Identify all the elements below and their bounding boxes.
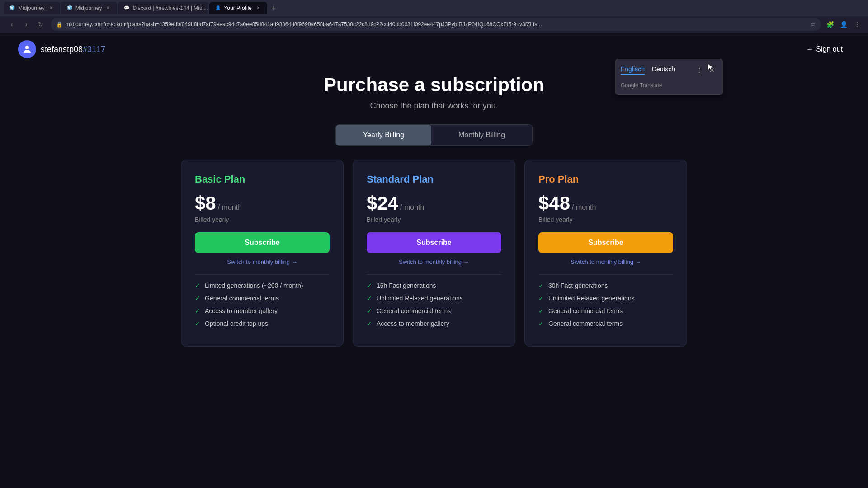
basic-feature-2-text: General commercial terms [205,295,279,302]
standard-feature-4: ✓ Access to member gallery [367,320,501,327]
pro-switch-billing-link[interactable]: Switch to monthly billing → [538,258,673,265]
check-icon: ✓ [538,295,544,302]
check-icon: ✓ [538,282,544,289]
pro-feature-2: ✓ Unlimited Relaxed generations [538,295,673,302]
tab-1[interactable]: 🧊 Midjourney ✕ [4,2,60,14]
standard-feature-3: ✓ General commercial terms [367,307,501,314]
sign-out-button[interactable]: → Sign out [799,42,850,57]
standard-billed-info: Billed yearly [367,216,501,223]
check-icon: ✓ [367,320,372,327]
tab-3-favicon: 💬 [123,5,130,11]
username-text: stefanstp08 [41,45,83,54]
pro-billed-info: Billed yearly [538,216,673,223]
tab-4[interactable]: 👤 Your Profile ✕ [209,2,267,14]
translate-footer-text: Google Translate [621,82,662,89]
new-tab-button[interactable]: + [268,3,279,14]
avatar [18,40,36,58]
standard-plan-name: Standard Plan [367,174,501,185]
plans-grid: Basic Plan $8 / month Billed yearly Subs… [18,160,850,347]
sign-out-label: Sign out [816,45,843,53]
standard-plan-card: Standard Plan $24 / month Billed yearly … [353,160,515,347]
basic-subscribe-button[interactable]: Subscribe [195,232,330,253]
page-subtitle: Choose the plan that works for you. [18,101,850,111]
sign-out-arrow: → [806,45,813,53]
pro-plan-price: $48 / month [538,192,673,214]
reload-button[interactable]: ↻ [34,18,47,31]
translate-popup-header: Englisch Deutsch ⋮ ✕ [615,63,723,79]
check-icon: ✓ [367,282,372,289]
monthly-billing-button[interactable]: Monthly Billing [431,125,532,145]
check-icon: ✓ [195,282,200,289]
more-icon[interactable]: ⋮ [852,19,863,30]
pro-price-amount: $48 [538,192,570,214]
basic-switch-billing-link[interactable]: Switch to monthly billing → [195,258,330,265]
standard-plan-price: $24 / month [367,192,501,214]
translate-langs: Englisch Deutsch [621,66,675,75]
check-icon: ✓ [538,320,544,327]
basic-feature-2: ✓ General commercial terms [195,295,330,302]
address-bar[interactable]: 🔒 midjourney.com/checkout/plans?hash=435… [51,18,821,31]
translate-more-button[interactable]: ⋮ [694,65,705,75]
translate-lang-english[interactable]: Englisch [621,66,645,75]
check-icon: ✓ [195,320,200,327]
check-icon: ✓ [367,307,372,314]
main-content: Purchase a subscription Choose the plan … [0,65,868,356]
standard-feature-2: ✓ Unlimited Relaxed generations [367,295,501,302]
tab-1-label: Midjourney [18,5,45,11]
url-text: midjourney.com/checkout/plans?hash=4359e… [66,21,808,28]
pro-subscribe-button[interactable]: Subscribe [538,232,673,253]
standard-feature-1-text: 15h Fast generations [377,282,436,289]
pro-price-period: / month [572,203,596,211]
pro-plan-card: Pro Plan $48 / month Billed yearly Subsc… [524,160,687,347]
translate-close-button[interactable]: ✕ [707,65,717,75]
pro-feature-4: ✓ General commercial terms [538,320,673,327]
tab-4-label: Your Profile [224,5,252,11]
standard-feature-4-text: Access to member gallery [377,320,449,327]
star-icon[interactable]: ☆ [811,21,816,28]
tab-2-favicon: 🧊 [66,5,73,11]
back-button[interactable]: ‹ [5,18,18,31]
standard-subscribe-button[interactable]: Subscribe [367,232,501,253]
tab-3[interactable]: 💬 Discord | #newbies-144 | Midj... ✕ [118,2,208,14]
forward-button[interactable]: › [20,18,33,31]
tab-4-close[interactable]: ✕ [255,5,262,12]
tab-1-favicon: 🧊 [9,5,15,11]
check-icon: ✓ [538,307,544,314]
translate-popup: Englisch Deutsch ⋮ ✕ Google Translate [615,59,723,95]
tab-1-close[interactable]: ✕ [47,5,55,12]
translate-popup-actions: ⋮ ✕ [694,65,717,75]
browser-chrome: 🧊 Midjourney ✕ 🧊 Midjourney ✕ 💬 Discord … [0,0,868,33]
tab-2-label: Midjourney [75,5,102,11]
pro-feature-2-text: Unlimited Relaxed generations [548,295,635,302]
username: stefanstp08#3117 [41,45,105,54]
standard-feature-2-text: Unlimited Relaxed generations [377,295,463,302]
toolbar-icons: 🧩 👤 ⋮ [825,19,863,30]
page-header: stefanstp08#3117 → Sign out [0,33,868,65]
check-icon: ✓ [195,295,200,302]
page-content: stefanstp08#3117 → Sign out Purchase a s… [0,33,868,488]
standard-feature-3-text: General commercial terms [377,307,451,314]
pro-feature-4-text: General commercial terms [548,320,623,327]
yearly-billing-button[interactable]: Yearly Billing [336,125,431,145]
extensions-icon[interactable]: 🧩 [825,19,835,30]
standard-features-divider [367,274,501,275]
standard-feature-1: ✓ 15h Fast generations [367,282,501,289]
pro-feature-3: ✓ General commercial terms [538,307,673,314]
check-icon: ✓ [195,307,200,314]
basic-feature-4: ✓ Optional credit top ups [195,320,330,327]
pro-feature-1: ✓ 30h Fast generations [538,282,673,289]
profile-icon[interactable]: 👤 [838,19,849,30]
basic-feature-4-text: Optional credit top ups [205,320,268,327]
nav-buttons: ‹ › ↻ [5,18,47,31]
translate-lang-german[interactable]: Deutsch [652,66,675,75]
pro-feature-3-text: General commercial terms [548,307,623,314]
tab-4-favicon: 👤 [215,5,221,11]
tab-2-close[interactable]: ✕ [104,5,112,12]
tab-2[interactable]: 🧊 Midjourney ✕ [61,2,118,14]
basic-feature-3-text: Access to member gallery [205,307,278,314]
standard-switch-billing-link[interactable]: Switch to monthly billing → [367,258,501,265]
username-tag: #3117 [83,45,105,54]
lock-icon: 🔒 [56,21,63,28]
basic-feature-1: ✓ Limited generations (~200 / month) [195,282,330,289]
basic-plan-card: Basic Plan $8 / month Billed yearly Subs… [181,160,344,347]
